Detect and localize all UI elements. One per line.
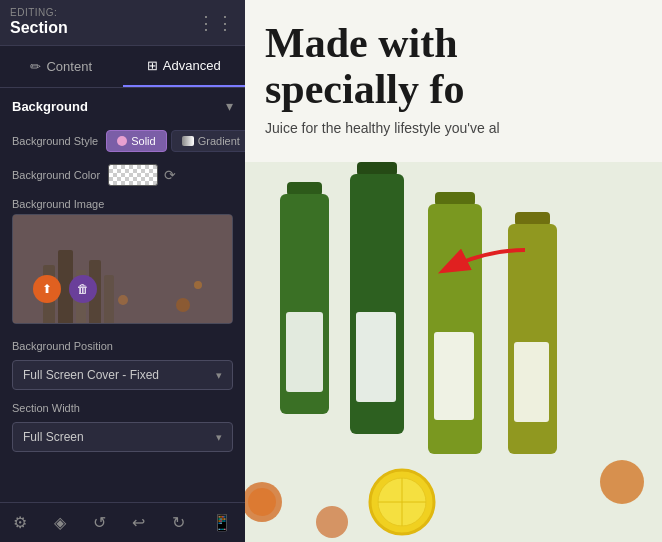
solid-icon: [117, 136, 127, 146]
bottles-svg: [245, 162, 662, 542]
svg-rect-18: [435, 192, 475, 206]
chevron-down-icon: ▾: [226, 98, 233, 114]
svg-point-31: [600, 460, 644, 504]
preview-subtext: Juice for the healthy lifestyle you've a…: [265, 120, 642, 136]
bg-position-dropdown-row: Full Screen Cover - Fixed ▾: [0, 356, 245, 394]
svg-rect-6: [104, 275, 114, 324]
background-color-row: Background Color ⟳: [0, 158, 245, 192]
section-width-dropdown-row: Full Screen ▾: [0, 418, 245, 456]
svg-rect-20: [434, 332, 474, 420]
svg-rect-14: [286, 312, 323, 392]
svg-rect-17: [356, 312, 396, 402]
editing-title: Section: [10, 18, 68, 37]
image-trash-button[interactable]: 🗑: [69, 275, 97, 303]
gradient-button[interactable]: Gradient: [171, 130, 245, 152]
bg-color-label: Background Color: [12, 169, 100, 181]
solid-button[interactable]: Solid: [106, 130, 166, 152]
image-upload-button[interactable]: ⬆: [33, 275, 61, 303]
left-panel: EDITING: Section ⋮⋮ ✏ Content ⊞ Advanced…: [0, 0, 245, 542]
trash-icon: 🗑: [77, 282, 89, 296]
bg-image-label: Background Image: [0, 192, 245, 214]
background-section-title: Background: [12, 99, 88, 114]
svg-point-8: [118, 295, 128, 305]
svg-rect-12: [287, 182, 322, 196]
background-style-row: Background Style Solid Gradient: [0, 124, 245, 158]
svg-point-30: [316, 506, 348, 538]
editing-label: EDITING:: [10, 8, 68, 18]
right-panel: Made with specially fo Juice for the hea…: [245, 0, 662, 542]
color-swatch[interactable]: [108, 164, 158, 186]
background-image-box[interactable]: ⬆ 🗑: [12, 214, 233, 324]
section-width-label: Section Width: [0, 394, 245, 418]
preview-heading: Made with specially fo: [265, 20, 642, 112]
history-icon[interactable]: ↺: [93, 513, 106, 532]
bottles-preview: [245, 162, 662, 542]
color-swatch-wrap: ⟳: [108, 164, 176, 186]
redo-icon[interactable]: ↻: [172, 513, 185, 532]
width-dropdown-arrow-icon: ▾: [216, 431, 222, 444]
upload-icon: ⬆: [42, 282, 52, 296]
tab-advanced[interactable]: ⊞ Advanced: [123, 46, 246, 87]
svg-rect-23: [514, 342, 549, 422]
svg-rect-15: [357, 162, 397, 176]
style-buttons: Solid Gradient: [106, 130, 245, 152]
gradient-icon: [182, 136, 194, 146]
svg-point-10: [194, 281, 202, 289]
mobile-icon[interactable]: 📱: [212, 513, 232, 532]
section-width-dropdown[interactable]: Full Screen ▾: [12, 422, 233, 452]
svg-point-9: [176, 298, 190, 312]
bg-image-svg: [13, 215, 233, 324]
image-action-buttons: ⬆ 🗑: [33, 275, 97, 303]
svg-rect-21: [515, 212, 550, 226]
layers-icon[interactable]: ◈: [54, 513, 66, 532]
background-section-header[interactable]: Background ▾: [0, 88, 245, 124]
bg-position-dropdown[interactable]: Full Screen Cover - Fixed ▾: [12, 360, 233, 390]
editing-header: EDITING: Section ⋮⋮: [0, 0, 245, 46]
section-width-value: Full Screen: [23, 430, 216, 444]
bg-position-label: Background Position: [0, 332, 245, 356]
dropdown-arrow-icon: ▾: [216, 369, 222, 382]
settings-icon[interactable]: ⚙: [13, 513, 27, 532]
bg-image-inner: ⬆ 🗑: [13, 215, 232, 323]
bg-position-value: Full Screen Cover - Fixed: [23, 368, 216, 382]
tab-content[interactable]: ✏ Content: [0, 46, 123, 87]
undo-icon[interactable]: ↩: [132, 513, 145, 532]
content-tab-icon: ✏: [30, 59, 41, 74]
preview-content: Made with specially fo Juice for the hea…: [245, 0, 662, 136]
sync-icon[interactable]: ⟳: [164, 167, 176, 183]
tabs-row: ✏ Content ⊞ Advanced: [0, 46, 245, 88]
bg-style-label: Background Style: [12, 135, 98, 147]
grid-tab-icon: ⊞: [147, 58, 158, 73]
panel-body: Background ▾ Background Style Solid Grad…: [0, 88, 245, 502]
bottom-toolbar: ⚙ ◈ ↺ ↩ ↻ 📱: [0, 502, 245, 542]
svg-point-29: [248, 488, 276, 516]
more-options-icon[interactable]: ⋮⋮: [197, 12, 235, 34]
